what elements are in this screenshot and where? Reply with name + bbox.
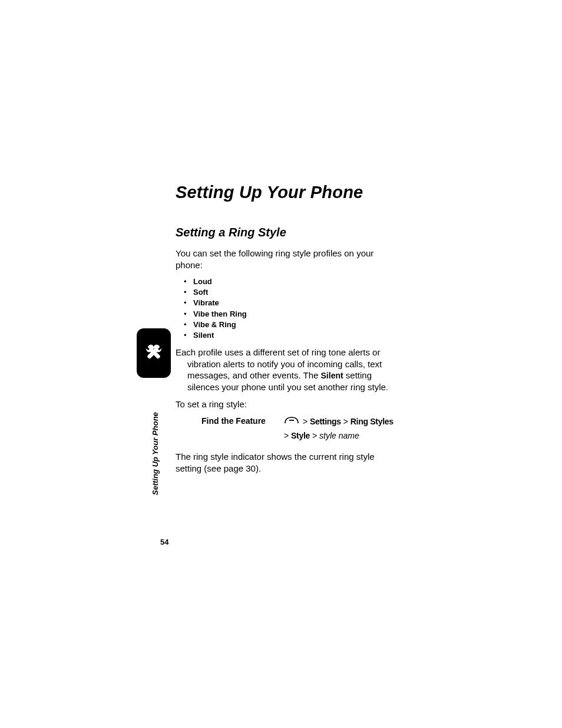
list-item: Soft — [193, 287, 399, 298]
list-item: Silent — [193, 330, 399, 341]
path-stylename: style name — [319, 431, 359, 440]
sep: > — [343, 417, 348, 426]
description-paragraph: Each profile uses a different set of rin… — [176, 347, 399, 393]
wrench-icon — [143, 342, 165, 364]
list-item: Loud — [193, 276, 399, 287]
path-settings: Settings — [310, 417, 341, 426]
list-item: Vibe & Ring — [193, 319, 399, 330]
section-title: Setting a Ring Style — [176, 226, 399, 239]
wrench-icon-box — [137, 328, 171, 378]
sep: > — [303, 417, 308, 426]
feature-path-line2: > Style > style name — [284, 430, 399, 442]
profile-list: Loud Soft Vibrate Vibe then Ring Vibe & … — [176, 276, 399, 341]
side-tab-label: Setting Up Your Phone — [151, 412, 160, 495]
menu-button-icon — [284, 416, 299, 428]
path-style: Style — [291, 431, 310, 440]
feature-path-line1: > Settings > Ring Styles — [284, 416, 394, 428]
page-content: Setting Up Your Phone Setting a Ring Sty… — [176, 183, 399, 480]
silent-label: Silent — [321, 371, 343, 380]
intro-text: You can set the following ring style pro… — [176, 248, 399, 271]
list-item: Vibe then Ring — [193, 309, 399, 319]
closing-text: The ring style indicator shows the curre… — [176, 451, 399, 474]
chapter-title: Setting Up Your Phone — [176, 183, 399, 202]
page-number: 54 — [160, 538, 168, 546]
sep: > — [284, 431, 289, 440]
path-ringstyles: Ring Styles — [351, 417, 394, 426]
sep: > — [312, 431, 317, 440]
find-feature-row: Find the Feature > Settings > Ring Style… — [201, 416, 399, 428]
desc-text: Each profile uses a different set of rin… — [176, 347, 380, 357]
list-item: Vibrate — [193, 298, 399, 308]
to-set-text: To set a ring style: — [176, 398, 399, 410]
find-feature-label: Find the Feature — [201, 416, 284, 426]
